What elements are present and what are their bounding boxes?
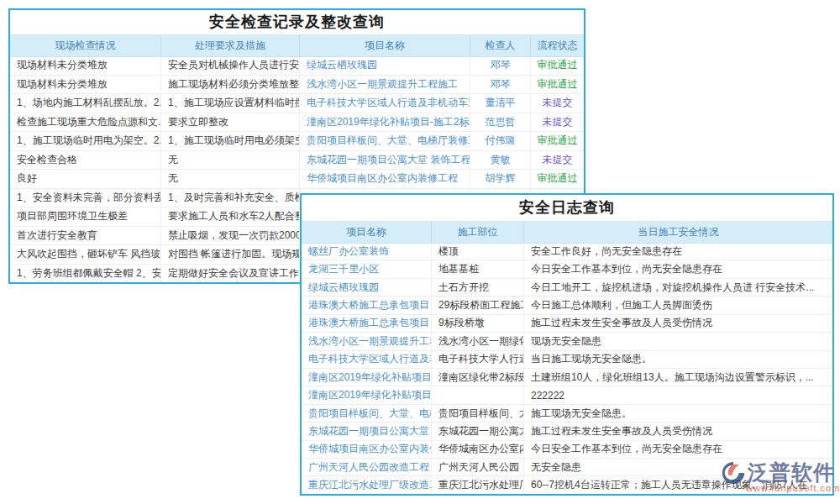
measures-cell: 定期做好安全会议及宣讲工作: [161, 265, 300, 283]
safety-log-table-row[interactable]: 东城花园一期项目公寓大堂 装饰工程 东城花园一期公寓大堂 施工过程未发生安全事故…: [302, 423, 832, 440]
inspector-link[interactable]: 付伟璐: [470, 132, 531, 150]
daily-safety-cell: 当日施工现场无安全隐患。: [524, 351, 832, 368]
col-header-log-project: 项目名称: [302, 222, 432, 243]
construction-part-cell: 9标段桥墩: [432, 315, 524, 332]
daily-safety-cell: 安全工作良好，尚无安全隐患存在: [524, 243, 832, 260]
log-project-link[interactable]: 电子科技大学区域人行道及非机动车道工程: [302, 351, 432, 368]
inspection-table-row[interactable]: 现场材料未分类堆放 施工现场材料必须分类堆放整齐... 浅水湾小区一期景观提升工…: [10, 76, 584, 95]
inspector-link[interactable]: 董清平: [470, 94, 531, 113]
log-project-link[interactable]: 港珠澳大桥施工总承包项目: [302, 297, 432, 313]
situation-cell: 1、施工现场临时用电为架空。2...: [10, 132, 161, 150]
daily-safety-cell: 施工过程未发生安全事故及人员受伤情况: [524, 315, 832, 332]
measures-cell: 1、及时完善和补充安全、质检...: [161, 189, 300, 207]
inspection-table-row[interactable]: 良好 无 华侨城项目南区办公室内装修工程 胡学辉 审批通过: [10, 170, 584, 189]
safety-log-table-body: 螺丝厂办公室装饰 楼顶 安全工作良好，尚无安全隐患存在 龙湖三千里小区 地基基桩…: [302, 243, 832, 494]
inspection-header-row: 现场检查情况 处理要求及措施 项目名称 检查人 流程状态: [10, 35, 584, 57]
safety-log-table-row[interactable]: 潼南区2019年绿化补贴项目-施工2标段 222222: [302, 386, 832, 404]
inspector-link[interactable]: 邓琴: [470, 56, 531, 75]
col-header-daily-safety: 当日施工安全情况: [524, 222, 832, 243]
safety-log-table-row[interactable]: 浅水湾小区一期景观提升工程施工 浅水湾小区一期绿化地 现场无安全隐患: [302, 333, 832, 350]
inspector-link[interactable]: 范思哲: [470, 113, 531, 132]
construction-part-cell: 华侨城南区办公室内: [432, 441, 524, 458]
log-project-link[interactable]: 港珠澳大桥施工总承包项目: [302, 315, 432, 332]
safety-log-table-row[interactable]: 电子科技大学区域人行道及非机动车道工程 电子科技大学人行道及非... 当日施工现…: [302, 351, 832, 369]
measures-cell: 无: [161, 151, 300, 170]
inspector-link[interactable]: 黄敏: [470, 151, 531, 170]
project-name-link[interactable]: 东城花园一期项目公寓大堂 装饰工程: [300, 151, 470, 170]
flow-status-badge: 未提交: [531, 151, 584, 170]
log-project-link[interactable]: 绿城云栖玫瑰园: [302, 279, 432, 296]
inspector-link[interactable]: 胡学辉: [470, 170, 531, 188]
measures-cell: 1、施工现场临时用电必须架空...: [161, 132, 300, 150]
construction-part-cell: 地基基桩: [432, 260, 524, 277]
desktop-canvas: 安全检查记录及整改查询 现场检查情况 处理要求及措施 项目名称 检查人 流程状态…: [0, 0, 840, 504]
safety-log-table-row[interactable]: 广州天河人民公园改造工程 广州天河人民公园 无安全隐患: [302, 459, 832, 476]
daily-safety-cell: 施工过程未发生安全事故及人员受伤情况: [524, 423, 832, 439]
situation-cell: 现场材料未分类堆放: [10, 56, 161, 75]
log-project-link[interactable]: 华侨城项目南区办公室内装修工程: [302, 441, 432, 458]
project-name-link[interactable]: 绿城云栖玫瑰园: [300, 56, 470, 75]
safety-log-table-row[interactable]: 螺丝厂办公室装饰 楼顶 安全工作良好，尚无安全隐患存在: [302, 243, 832, 260]
daily-safety-cell: 222222: [524, 386, 832, 403]
col-header-inspector: 检查人: [470, 35, 531, 56]
inspection-table-row[interactable]: 检查施工现场重大危险点源和文... 要求立即整改 潼南区2019年绿化补贴项目-…: [10, 113, 584, 133]
safety-log-table-row[interactable]: 华侨城项目南区办公室内装修工程 华侨城南区办公室内 今日安全工作基本到位，尚无安…: [302, 441, 832, 459]
safety-log-table-row[interactable]: 重庆江北污水处理厂级改造工程-道路修复 重庆江北污水处理厂内部... 60--7…: [302, 476, 832, 493]
daily-safety-cell: 60--7挖机4台运转正常；施工人员无违章操作现象。消防7人在: [524, 476, 832, 493]
project-name-link[interactable]: 贵阳项目样板间、大堂、电梯厅装修工程: [300, 132, 470, 150]
situation-cell: 安全检查合格: [10, 151, 161, 170]
log-project-link[interactable]: 潼南区2019年绿化补贴项目-施工2标段: [302, 386, 432, 403]
log-project-link[interactable]: 重庆江北污水处理厂级改造工程-道路修复: [302, 476, 432, 493]
daily-safety-cell: 施工现场无安全隐患。: [524, 405, 832, 422]
daily-safety-cell: 无安全隐患: [524, 459, 832, 475]
log-project-link[interactable]: 贵阳项目样板间、大堂、电梯厅装修工程: [302, 405, 432, 422]
safety-log-table-row[interactable]: 潼南区2019年绿化补贴项目-施工2标段 潼南区绿化带2标段 土建班组10人，绿…: [302, 369, 832, 386]
log-project-link[interactable]: 龙湖三千里小区: [302, 260, 432, 277]
log-project-link[interactable]: 螺丝厂办公室装饰: [302, 243, 432, 260]
safety-log-table-row[interactable]: 港珠澳大桥施工总承包项目 9标段桥墩 施工过程未发生安全事故及人员受伤情况: [302, 315, 832, 333]
inspection-table-row[interactable]: 现场材料未分类堆放 安全员对机械操作人员进行安全... 绿城云栖玫瑰园 邓琴 审…: [10, 56, 584, 76]
construction-part-cell: 贵阳项目样板间、大堂、...: [432, 405, 524, 422]
safety-log-header-row: 项目名称 施工部位 当日施工安全情况: [302, 222, 832, 244]
flow-status-badge: 未提交: [531, 113, 584, 132]
measures-cell: 要求施工人员和水车2人配合整...: [161, 207, 300, 226]
inspection-table-row[interactable]: 安全检查合格 无 东城花园一期项目公寓大堂 装饰工程 黄敏 未提交: [10, 151, 584, 171]
construction-part-cell: 东城花园一期公寓大堂: [432, 423, 524, 439]
safety-log-table-row[interactable]: 贵阳项目样板间、大堂、电梯厅装修工程 贵阳项目样板间、大堂、... 施工现场无安…: [302, 405, 832, 423]
construction-part-cell: 29标段桥面工程施工: [432, 297, 524, 313]
col-header-project-name: 项目名称: [300, 35, 470, 56]
log-project-link[interactable]: 潼南区2019年绿化补贴项目-施工2标段: [302, 369, 432, 386]
situation-cell: 项目部周围环境卫生极差: [10, 207, 161, 226]
project-name-link[interactable]: 潼南区2019年绿化补贴项目-施工2标段: [300, 113, 470, 132]
construction-part-cell: 重庆江北污水处理厂内部...: [432, 476, 524, 493]
log-project-link[interactable]: 广州天河人民公园改造工程: [302, 459, 432, 475]
safety-log-table-row[interactable]: 港珠澳大桥施工总承包项目 29标段桥面工程施工 今日施工总体顺利，但施工人员脚面…: [302, 297, 832, 314]
inspector-link[interactable]: 邓琴: [470, 76, 531, 94]
flow-status-badge: 审批通过: [531, 76, 584, 94]
project-name-link[interactable]: 电子科技大学区域人行道及非机动车道工程: [300, 94, 470, 113]
project-name-link[interactable]: 浅水湾小区一期景观提升工程施工: [300, 76, 470, 94]
safety-log-table-row[interactable]: 龙湖三千里小区 地基基桩 今日安全工作基本到位，尚无安全隐患存在: [302, 260, 832, 278]
situation-cell: 现场材料未分类堆放: [10, 76, 161, 94]
construction-part-cell: 电子科技大学人行道及非...: [432, 351, 524, 368]
situation-cell: 良好: [10, 170, 161, 188]
measures-cell: 对围挡 帐篷进行加固。现场规...: [161, 245, 300, 264]
construction-part-cell: 浅水湾小区一期绿化地: [432, 333, 524, 349]
flow-status-badge: 未提交: [531, 94, 584, 113]
daily-safety-cell: 今日安全工作基本到位，尚无安全隐患存在: [524, 441, 832, 458]
flow-status-badge: 审批通过: [531, 132, 584, 150]
log-project-link[interactable]: 东城花园一期项目公寓大堂 装饰工程: [302, 423, 432, 439]
construction-part-cell: [432, 386, 524, 403]
project-name-link[interactable]: 华侨城项目南区办公室内装修工程: [300, 170, 470, 188]
daily-safety-cell: 今日工地开工，旋挖机进场，对旋挖机操作人员进 行安全技术...: [524, 279, 832, 296]
safety-log-table-row[interactable]: 绿城云栖玫瑰园 土石方开挖 今日工地开工，旋挖机进场，对旋挖机操作人员进 行安全…: [302, 279, 832, 297]
measures-cell: 施工现场材料必须分类堆放整齐...: [161, 76, 300, 94]
measures-cell: 无: [161, 170, 300, 188]
flow-status-badge: 审批通过: [531, 56, 584, 75]
inspection-table-row[interactable]: 1、施工现场临时用电为架空。2... 1、施工现场临时用电必须架空... 贵阳项…: [10, 132, 584, 151]
situation-cell: 1、劳务班组都佩戴安全帽 2、安...: [10, 265, 161, 283]
situation-cell: 检查施工现场重大危险点源和文...: [10, 113, 161, 132]
inspection-table-row[interactable]: 1、场地内施工材料乱摆乱放。2... 1、施工现场应设置材料临时摆... 电子科…: [10, 94, 584, 113]
log-project-link[interactable]: 浅水湾小区一期景观提升工程施工: [302, 333, 432, 349]
daily-safety-cell: 土建班组10人，绿化班组13人。施工现场沟边设置警示标识，...: [524, 369, 832, 386]
